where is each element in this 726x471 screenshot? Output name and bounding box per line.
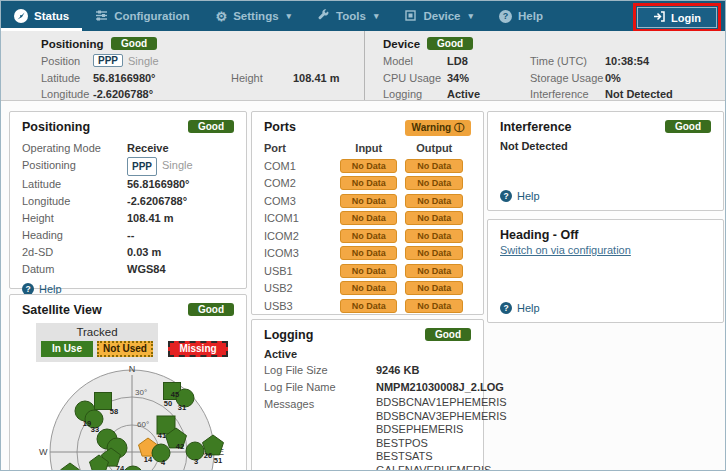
row-label: Latitude — [22, 176, 127, 193]
tab-configuration-label: Configuration — [114, 10, 189, 22]
ports-card-title: Ports — [264, 120, 296, 134]
port-output-badge: No Data — [405, 176, 463, 190]
legend-missing-badge: Missing — [168, 341, 228, 357]
message-item: BESTSATS — [376, 450, 507, 464]
single-label: Single — [162, 157, 193, 176]
satellite-prn-label: 31 — [178, 403, 186, 412]
tab-help[interactable]: ? Help — [486, 1, 556, 31]
tab-tools-label: Tools — [336, 10, 366, 22]
message-item: BESTPOS — [376, 437, 507, 451]
tab-device[interactable]: Device ▾ — [391, 1, 486, 31]
port-row: COM2No DataNo Data — [264, 175, 471, 193]
port-output-badge: No Data — [405, 211, 463, 225]
help-label: Help — [517, 190, 540, 202]
ppp-badge: PPP — [127, 157, 157, 176]
messages-label: Messages — [264, 396, 376, 413]
interference-value: Not Detected — [500, 140, 711, 152]
heading-configuration-link[interactable]: Switch on via configuration — [500, 244, 631, 256]
ports-card: Ports Warning ⓘ Port Input Output COM1No… — [251, 111, 484, 315]
tab-status[interactable]: Status — [1, 1, 82, 31]
row-value: 108.41 m — [127, 210, 173, 227]
tab-help-label: Help — [518, 10, 543, 22]
log-file-size-value: 9246 KB — [376, 362, 419, 379]
positioning-card-title: Positioning — [22, 120, 90, 134]
tab-settings[interactable]: ⚙ Settings ▾ — [203, 1, 305, 31]
status-summary-bar: Positioning Good Position PPP Single Lat… — [1, 31, 725, 101]
tab-configuration[interactable]: Configuration — [82, 1, 202, 31]
interference-help-link[interactable]: ? Help — [500, 190, 540, 202]
port-name: ICOM2 — [264, 230, 340, 242]
summary-device: Device Good Model LD8 CPU Usage 34% Logg… — [364, 31, 725, 100]
login-highlight-annotation: Login — [633, 3, 721, 32]
port-input-badge: No Data — [340, 229, 398, 243]
logging-status-badge: Good — [425, 328, 471, 341]
messages-list: BDSBCNAV1EPHEMERISBDSBCNAV3EPHEMERISBDSE… — [376, 396, 507, 471]
row-value: -- — [127, 227, 134, 244]
port-input-badge: No Data — [340, 159, 398, 173]
compass-icon — [14, 9, 28, 23]
ports-table-header: Port Input Output — [264, 142, 471, 154]
ppp-badge: PPP — [93, 54, 123, 67]
cpu-usage-label: CPU Usage — [383, 72, 441, 84]
summary-device-title: Device — [383, 38, 420, 50]
row-label: Datum — [22, 261, 127, 278]
help-icon: ? — [499, 10, 512, 23]
positioning-card: Positioning Good Operating ModeReceivePo… — [9, 111, 247, 289]
port-name: ICOM3 — [264, 247, 340, 259]
logging-label: Logging — [383, 88, 422, 100]
port-input-badge: No Data — [340, 176, 398, 190]
port-output-badge: No Data — [405, 194, 463, 208]
dashboard-content: Positioning Good Operating ModeReceivePo… — [1, 101, 725, 471]
ports-status-badge: Warning ⓘ — [405, 120, 471, 136]
satellite-prn-label: 58 — [110, 407, 118, 416]
tracked-legend-group: Tracked In Use Not Used — [36, 323, 158, 362]
device-chip-icon — [404, 9, 417, 24]
time-utc-value: 10:38:54 — [605, 55, 649, 67]
longitude-value: -2.6206788° — [93, 88, 153, 100]
positioning-row: Heading-- — [22, 227, 234, 244]
tab-tools[interactable]: Tools ▾ — [304, 1, 391, 31]
port-row: ICOM3No DataNo Data — [264, 245, 471, 263]
help-question-icon: ? — [500, 302, 512, 314]
port-input-badge: No Data — [340, 281, 398, 295]
satellite-prn-label: 26 — [204, 451, 212, 460]
sliders-icon — [95, 9, 108, 24]
port-output-badge: No Data — [405, 299, 463, 313]
port-output-badge: No Data — [405, 281, 463, 295]
ring-60-label: 60° — [137, 420, 149, 429]
login-button[interactable]: Login — [637, 7, 717, 28]
row-label: Height — [22, 210, 127, 227]
port-name: USB2 — [264, 282, 340, 294]
port-output-badge: No Data — [405, 264, 463, 278]
summary-positioning-title: Positioning — [41, 38, 104, 50]
port-name: COM3 — [264, 195, 340, 207]
row-label: 2d-SD — [22, 244, 127, 261]
satellite-prn-label: 41 — [158, 431, 166, 440]
port-output-badge: No Data — [405, 229, 463, 243]
positioning-card-status-badge: Good — [188, 120, 234, 133]
row-label: Operating Mode — [22, 140, 127, 157]
legend-not-used-badge: Not Used — [97, 341, 153, 357]
satellite-legend: Tracked In Use Not Used Missing — [36, 323, 234, 362]
interference-status-badge: Good — [665, 120, 711, 133]
chevron-down-icon: ▾ — [374, 11, 379, 21]
port-name: COM2 — [264, 177, 340, 189]
heading-help-link[interactable]: ? Help — [500, 302, 540, 314]
tab-status-label: Status — [34, 10, 69, 22]
positioning-row: Height108.41 m — [22, 210, 234, 227]
chevron-down-icon: ▾ — [287, 11, 292, 21]
satellite-prn-label: 45 — [171, 390, 179, 399]
port-input-badge: No Data — [340, 194, 398, 208]
message-item: BDSBCNAV1EPHEMERIS — [376, 396, 507, 410]
message-item: GALFNAVEPHEMERIS — [376, 464, 507, 471]
log-file-size-label: Log File Size — [264, 362, 376, 379]
storage-usage-label: Storage Usage — [530, 72, 603, 84]
interference-label: Interference — [530, 88, 589, 100]
port-input-badge: No Data — [340, 299, 398, 313]
app-window: Status Configuration ⚙ Settings ▾ Tools … — [0, 0, 726, 471]
single-label: Single — [128, 55, 159, 67]
satellite-view-title: Satellite View — [22, 303, 102, 317]
north-label: N — [129, 364, 136, 374]
help-question-icon: ? — [500, 190, 512, 202]
output-column-header: Output — [406, 142, 463, 154]
